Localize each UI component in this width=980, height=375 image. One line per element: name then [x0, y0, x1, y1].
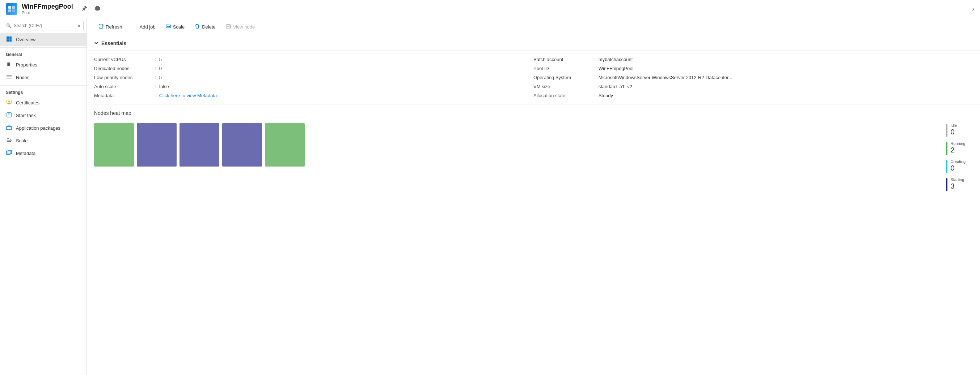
dedicated-label: Dedicated nodes	[94, 66, 152, 71]
legend-starting-bar	[946, 178, 947, 191]
metadata-link[interactable]: Click here to view Metadata	[159, 93, 217, 98]
print-button[interactable]	[93, 5, 102, 13]
legend-starting-count: 3	[950, 182, 964, 190]
heatmap-nodes	[94, 123, 305, 166]
essentials-right-col: Batch account : mybatchaccount Pool ID :…	[533, 57, 973, 98]
sidebar-item-scale[interactable]: Scale	[0, 134, 86, 147]
essentials-left-col: Current vCPUs : 5 Dedicated nodes : 0 Lo…	[94, 57, 533, 98]
essentials-row-os: Operating System : MicrosoftWindowsServe…	[533, 75, 973, 80]
sidebar: 🔍 « Overview General Properties Nodes Se…	[0, 18, 87, 375]
refresh-label: Refresh	[106, 24, 123, 30]
certificates-icon	[6, 99, 12, 106]
scale-label: Scale	[173, 24, 185, 30]
legend-creating-text: Creating 0	[950, 159, 966, 172]
sidebar-item-overview-label: Overview	[16, 37, 35, 42]
essentials-row-vm-size: VM size : standard_a1_v2	[533, 84, 973, 89]
heatmap-title: Nodes heat map	[94, 110, 973, 116]
essentials-header[interactable]: Essentials	[87, 36, 980, 51]
essentials-row-metadata: Metadata : Click here to view Metadata	[94, 93, 533, 98]
heatmap-node-1[interactable]	[137, 123, 177, 166]
start-task-icon	[6, 112, 12, 119]
heatmap-container: Idle 0 Running 2 Creat	[94, 123, 973, 191]
batch-account-label: Batch account	[533, 57, 591, 62]
heatmap-legend: Idle 0 Running 2 Creat	[946, 123, 973, 191]
view-node-button[interactable]: View node	[221, 22, 259, 32]
content-area: Refresh Add job Scale Delete	[87, 18, 980, 375]
add-job-button[interactable]: Add job	[128, 22, 160, 32]
pool-id-value: WinFFmpegPool	[598, 66, 634, 71]
nodes-icon	[6, 74, 12, 81]
svg-rect-17	[6, 127, 11, 130]
legend-running: Running 2	[946, 141, 966, 155]
vcpus-label: Current vCPUs	[94, 57, 152, 62]
legend-idle: Idle 0	[946, 123, 966, 137]
sidebar-item-scale-label: Scale	[16, 138, 28, 143]
heatmap-node-3[interactable]	[222, 123, 262, 166]
delete-button[interactable]: Delete	[190, 22, 220, 32]
svg-rect-0	[8, 6, 11, 9]
legend-creating: Creating 0	[946, 159, 966, 173]
essentials-row-low-priority: Low-priority nodes : 5	[94, 75, 533, 80]
sidebar-item-start-task[interactable]: Start task	[0, 109, 86, 122]
legend-idle-count: 0	[950, 128, 957, 136]
page-subtitle: Pool	[22, 11, 73, 15]
toolbar: Refresh Add job Scale Delete	[87, 18, 980, 36]
autoscale-label: Auto scale	[94, 84, 152, 89]
sidebar-item-metadata[interactable]: Metadata	[0, 147, 86, 160]
add-job-icon	[132, 24, 137, 30]
legend-starting-label: Starting	[950, 177, 964, 182]
collapse-sidebar-button[interactable]: «	[78, 23, 80, 28]
svg-rect-13	[6, 78, 11, 78]
heatmap-node-4[interactable]	[265, 123, 305, 166]
svg-rect-12	[6, 77, 11, 77]
svg-rect-5	[10, 36, 11, 39]
essentials-chevron-icon	[94, 40, 99, 46]
search-input[interactable]	[14, 23, 75, 28]
essentials-row-batch-account: Batch account : mybatchaccount	[533, 57, 973, 62]
heatmap-section: Nodes heat map Idle 0	[87, 104, 980, 375]
essentials-row-dedicated: Dedicated nodes : 0	[94, 66, 533, 71]
view-node-label: View node	[233, 24, 255, 30]
legend-running-count: 2	[950, 146, 965, 154]
sidebar-item-application-packages[interactable]: Application packages	[0, 122, 86, 134]
view-node-icon	[226, 24, 231, 30]
pool-id-label: Pool ID	[533, 66, 591, 71]
top-header: WinFFmpegPool Pool ›	[0, 0, 980, 18]
sidebar-item-certificates[interactable]: Certificates	[0, 97, 86, 109]
scale-button[interactable]: Scale	[161, 22, 189, 32]
svg-rect-7	[10, 40, 11, 41]
close-button[interactable]: ›	[972, 5, 974, 13]
svg-rect-8	[7, 62, 8, 66]
sidebar-item-start-task-label: Start task	[16, 113, 36, 118]
sidebar-item-nodes-label: Nodes	[16, 75, 30, 80]
legend-creating-bar	[946, 160, 947, 173]
legend-idle-text: Idle 0	[950, 123, 957, 136]
essentials-row-autoscale: Auto scale : false	[94, 84, 533, 89]
refresh-icon	[99, 24, 103, 30]
heatmap-node-2[interactable]	[180, 123, 219, 166]
scale-icon	[6, 137, 12, 144]
allocation-value: Steady	[598, 93, 613, 98]
refresh-button[interactable]: Refresh	[94, 22, 127, 32]
autoscale-value: false	[159, 84, 169, 89]
svg-rect-4	[6, 36, 9, 39]
legend-running-text: Running 2	[950, 141, 965, 154]
essentials-title: Essentials	[101, 40, 126, 46]
metadata-icon	[6, 150, 12, 157]
sidebar-item-overview[interactable]: Overview	[0, 33, 86, 46]
vcpus-value: 5	[159, 57, 162, 62]
batch-account-value: mybatchaccount	[598, 57, 633, 62]
os-value: MicrosoftWindowsServer WindowsServer 201…	[598, 75, 732, 80]
svg-rect-3	[12, 9, 15, 12]
svg-rect-1	[12, 6, 15, 9]
essentials-content: Current vCPUs : 5 Dedicated nodes : 0 Lo…	[87, 51, 980, 104]
pin-button[interactable]	[80, 5, 89, 13]
sidebar-item-properties[interactable]: Properties	[0, 59, 86, 71]
sidebar-item-application-packages-label: Application packages	[16, 125, 60, 131]
page-title: WinFFmpegPool	[22, 3, 73, 11]
legend-running-label: Running	[950, 141, 965, 146]
sidebar-item-certificates-label: Certificates	[16, 100, 40, 106]
delete-icon	[195, 24, 200, 30]
sidebar-item-nodes[interactable]: Nodes	[0, 71, 86, 84]
heatmap-node-0[interactable]	[94, 123, 134, 166]
